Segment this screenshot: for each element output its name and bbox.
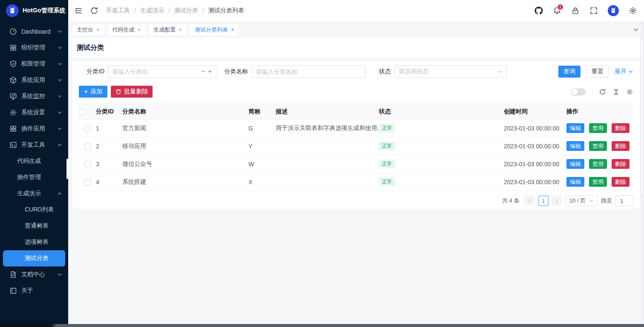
- next-page-button[interactable]: [552, 196, 562, 206]
- grid-icon: [9, 125, 17, 133]
- sidebar-item-label: 组织管理: [21, 44, 57, 52]
- sidebar-item-system-monitor[interactable]: 系统监控: [0, 88, 68, 104]
- chevron-down-icon: [57, 94, 62, 99]
- page-number-button[interactable]: 1: [538, 196, 549, 206]
- tab-generation-config[interactable]: 生成配置 ×: [149, 24, 186, 35]
- row-checkbox[interactable]: [84, 143, 91, 150]
- row-checkbox[interactable]: [84, 125, 91, 132]
- sidebar-item-dashboard[interactable]: Dashboard: [0, 23, 68, 40]
- sidebar-item-system-app[interactable]: 系统应用: [0, 72, 68, 88]
- bell-icon[interactable]: 1: [553, 6, 561, 15]
- avatar[interactable]: [608, 5, 619, 16]
- menu-fold-icon[interactable]: [74, 6, 83, 15]
- tab-code-generation[interactable]: 代码生成 ×: [108, 24, 145, 35]
- row-height-icon[interactable]: [612, 88, 620, 95]
- select-all-checkbox[interactable]: [79, 109, 85, 115]
- edit-button[interactable]: 编辑: [566, 159, 584, 169]
- edit-button[interactable]: 编辑: [566, 123, 584, 133]
- cell-created-at: 2023-01-03 00:00:00: [504, 137, 566, 155]
- sidebar-item-system-settings[interactable]: 系统设置: [0, 104, 68, 121]
- close-icon[interactable]: ×: [231, 27, 234, 32]
- search-button[interactable]: 查询: [558, 66, 580, 78]
- column-settings-gear-icon[interactable]: [626, 88, 633, 95]
- horizontal-scrollbar[interactable]: [0, 324, 644, 327]
- cell-name: 微信公众号: [122, 155, 248, 173]
- reset-button[interactable]: 重置: [586, 66, 609, 78]
- github-icon[interactable]: [534, 6, 543, 15]
- sidebar-item-plugin-management[interactable]: 插件管理: [0, 169, 68, 185]
- edit-button[interactable]: 编辑: [566, 141, 584, 151]
- close-icon[interactable]: ×: [138, 27, 141, 32]
- status-select[interactable]: 请选择状态: [394, 65, 507, 78]
- sidebar-item-about[interactable]: 关于: [0, 283, 68, 299]
- add-button[interactable]: + 添加: [79, 86, 107, 98]
- delete-button[interactable]: 删除: [612, 159, 630, 169]
- gear-icon: [9, 109, 17, 116]
- app-logo[interactable]: HotGo管理系统: [0, 0, 68, 21]
- page-size-select[interactable]: 10 / 页: [566, 195, 598, 206]
- breadcrumb-item[interactable]: 测试分类: [174, 7, 198, 14]
- batch-delete-button[interactable]: 批量删除: [111, 86, 153, 98]
- expand-toggle[interactable]: 展开: [615, 68, 633, 75]
- sidebar-item-doc-center[interactable]: 文档中心: [0, 266, 68, 283]
- category-name-input[interactable]: [256, 68, 361, 75]
- close-icon[interactable]: ×: [96, 27, 100, 32]
- breadcrumb-item[interactable]: 生成演示: [140, 7, 164, 14]
- vertical-scrollbar-thumb[interactable]: [641, 39, 644, 195]
- jump-page-input[interactable]: [615, 195, 633, 206]
- app-logo-icon: [6, 4, 19, 17]
- row-checkbox[interactable]: [84, 179, 91, 185]
- expand-label: 展开: [615, 68, 627, 75]
- delete-button[interactable]: 删除: [612, 123, 630, 133]
- chevron-down-icon: [589, 198, 594, 203]
- sidebar-item-label: 权限管理: [21, 60, 57, 68]
- delete-button[interactable]: 删除: [612, 141, 630, 151]
- breadcrumb-item[interactable]: 开发工具: [106, 7, 130, 14]
- sidebar-item-label: 测试分类: [25, 255, 59, 262]
- tab-console[interactable]: 主控台 ×: [72, 24, 104, 35]
- disable-button[interactable]: 禁用: [589, 177, 607, 187]
- prev-page-button[interactable]: [525, 196, 535, 206]
- decrement-button[interactable]: −: [200, 68, 206, 75]
- fullscreen-icon[interactable]: [589, 6, 598, 15]
- sidebar-item-org-management[interactable]: 组织管理: [0, 40, 68, 56]
- sidebar-item-plugin-app[interactable]: 插件应用: [0, 121, 68, 137]
- category-id-number-input[interactable]: − +: [108, 65, 217, 78]
- delete-button[interactable]: 删除: [612, 177, 630, 187]
- sidebar-item-option-tree[interactable]: 选项树表: [0, 234, 68, 250]
- tab-test-category-list[interactable]: 测试分类列表 ×: [191, 24, 239, 35]
- sidebar-item-label: 开发工具: [21, 141, 57, 149]
- batch-delete-label: 批量删除: [124, 88, 148, 95]
- pagination-total: 共 4 条: [502, 197, 519, 205]
- table-toggle[interactable]: [571, 88, 586, 95]
- sidebar-item-test-category[interactable]: 测试分类: [3, 250, 65, 266]
- sidebar-scrollbar-thumb[interactable]: [66, 159, 68, 179]
- edit-button[interactable]: 编辑: [566, 177, 584, 187]
- category-id-input[interactable]: [112, 68, 200, 75]
- refresh-icon[interactable]: [90, 6, 98, 15]
- cell-description: [276, 155, 379, 173]
- disable-button[interactable]: 禁用: [589, 141, 607, 151]
- field-label: 状态: [379, 68, 391, 75]
- filter-form: 分类ID − + 分类名称 状态 请选择状态 查询 重置 展开: [79, 65, 633, 78]
- disable-button[interactable]: 禁用: [589, 159, 607, 169]
- sidebar-item-curd-list[interactable]: CURD列表: [0, 202, 68, 218]
- field-label: 分类ID: [87, 68, 104, 75]
- row-checkbox[interactable]: [84, 161, 91, 168]
- close-icon[interactable]: ×: [179, 27, 182, 32]
- field-label: 分类名称: [224, 68, 248, 75]
- table-row: 4 系统搭建 X 正常 2023-01-03 00:00:00 编辑 禁用 删除: [79, 173, 633, 191]
- gear-icon[interactable]: [629, 6, 637, 15]
- sidebar-item-dev-tools[interactable]: 开发工具: [0, 137, 68, 153]
- status-badge: 正常: [379, 124, 395, 132]
- lock-icon[interactable]: [571, 6, 580, 15]
- chevron-down-icon[interactable]: [633, 27, 639, 33]
- sidebar-item-normal-tree[interactable]: 普通树表: [0, 218, 68, 234]
- refresh-icon[interactable]: [599, 88, 606, 95]
- sidebar-item-permission-management[interactable]: 权限管理: [0, 56, 68, 72]
- increment-button[interactable]: +: [207, 68, 213, 75]
- disable-button[interactable]: 禁用: [589, 123, 607, 133]
- sidebar-item-code-generation[interactable]: 代码生成: [0, 153, 68, 169]
- category-name-input-box[interactable]: [251, 65, 365, 78]
- sidebar-item-generation-demo[interactable]: 生成演示: [0, 185, 68, 202]
